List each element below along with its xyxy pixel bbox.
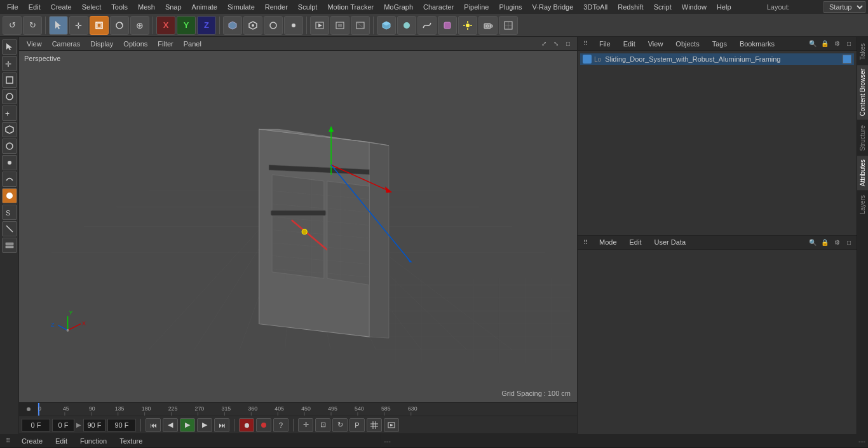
rt-search-icon[interactable]: 🔍 <box>808 39 818 49</box>
rb-menu-mode[interactable]: Mode <box>595 237 621 247</box>
redo-button[interactable]: ↻ <box>23 16 42 35</box>
menu-plugins[interactable]: Plugins <box>494 2 526 12</box>
polygon-mode-button[interactable] <box>243 16 262 35</box>
scene-btn[interactable] <box>499 16 518 35</box>
go-start-button[interactable]: ⏮ <box>146 418 161 432</box>
layout-select[interactable]: Startup <box>824 1 865 13</box>
rt-menu-edit[interactable]: Edit <box>620 39 639 49</box>
nurbs-button[interactable] <box>397 16 416 35</box>
vtab-takes[interactable]: Takes <box>857 39 868 64</box>
next-frame-button[interactable]: ▶ <box>197 418 212 432</box>
menu-vray[interactable]: V-Ray Bridge <box>528 2 578 12</box>
vp-icon-maximize[interactable]: □ <box>563 39 573 49</box>
rt-menu-tags[interactable]: Tags <box>709 39 731 49</box>
auto-record-button[interactable] <box>256 418 271 432</box>
menu-select[interactable]: Select <box>78 2 106 12</box>
layer-btn[interactable] <box>2 238 17 253</box>
menu-simulate[interactable]: Simulate <box>223 2 259 12</box>
rt-lock-icon[interactable]: 🔒 <box>820 39 830 49</box>
menu-pipeline[interactable]: Pipeline <box>459 2 493 12</box>
rt-expand-icon[interactable]: □ <box>844 39 854 49</box>
y-axis-button[interactable]: Y <box>177 16 196 35</box>
frame-end-fwd[interactable] <box>83 419 105 431</box>
camera-button[interactable] <box>478 16 498 35</box>
knife-btn[interactable] <box>2 221 17 236</box>
menu-tools[interactable]: Tools <box>107 2 132 12</box>
menu-motion-tracker[interactable]: Motion Tracker <box>323 2 378 12</box>
question-button[interactable]: ? <box>273 418 288 432</box>
menu-file[interactable]: File <box>3 2 23 12</box>
render-small-btn[interactable] <box>384 418 399 432</box>
move-mode-btn[interactable]: ✛ <box>2 56 17 71</box>
vp-menu-cameras[interactable]: Cameras <box>48 39 85 49</box>
rb-expand-icon[interactable]: □ <box>844 237 854 247</box>
record-button[interactable]: ⏺ <box>239 418 254 432</box>
vp-menu-filter[interactable]: Filter <box>154 39 177 49</box>
move-tool-button[interactable]: ✛ <box>69 16 88 35</box>
go-end-button[interactable]: ⏭ <box>214 418 229 432</box>
select-transport-btn[interactable]: ⊡ <box>315 418 330 432</box>
rt-menu-file[interactable]: File <box>595 39 614 49</box>
render-region-button[interactable] <box>330 16 349 35</box>
undo-button[interactable]: ↺ <box>3 16 22 35</box>
menu-edit[interactable]: Edit <box>24 2 45 12</box>
rotate-tool-button[interactable] <box>110 16 129 35</box>
light-button[interactable] <box>458 16 477 35</box>
menu-mograph[interactable]: MoGraph <box>379 2 417 12</box>
menu-window[interactable]: Window <box>677 2 711 12</box>
prev-frame-button[interactable]: ◀ <box>163 418 178 432</box>
rb-search-icon[interactable]: 🔍 <box>808 237 818 247</box>
viewport-3d[interactable]: Perspective Grid Spacing : 100 cm <box>19 51 577 402</box>
rb-menu-edit[interactable]: Edit <box>626 237 646 247</box>
menu-script[interactable]: Script <box>649 2 676 12</box>
menu-create[interactable]: Create <box>46 2 76 12</box>
menu-snap[interactable]: Snap <box>161 2 186 12</box>
scale-mode-btn[interactable] <box>2 72 17 88</box>
vtab-attributes[interactable]: Attributes <box>857 156 868 190</box>
move-transport-btn[interactable]: ✛ <box>298 418 313 432</box>
z-axis-button[interactable]: Z <box>197 16 216 35</box>
render-preview-button[interactable] <box>351 16 370 35</box>
scale-tool-button[interactable] <box>90 16 109 35</box>
select-tool-button[interactable] <box>49 16 68 35</box>
render-frame-button[interactable] <box>310 16 329 35</box>
menu-character[interactable]: Character <box>419 2 458 12</box>
vp-menu-display[interactable]: Display <box>86 39 117 49</box>
edge-mode-button[interactable] <box>264 16 283 35</box>
vtab-structure[interactable]: Structure <box>857 121 868 155</box>
x-axis-button[interactable]: X <box>156 16 175 35</box>
rotate-transport-btn[interactable]: ↻ <box>332 418 348 432</box>
menu-sculpt[interactable]: Sculpt <box>294 2 322 12</box>
edge-btn[interactable] <box>2 139 17 154</box>
create-mode-btn[interactable]: + <box>2 105 17 121</box>
grid-btn[interactable] <box>367 418 382 432</box>
paint-btn[interactable] <box>2 188 17 203</box>
mat-menu-edit[interactable]: Edit <box>51 436 71 446</box>
point-btn[interactable] <box>2 155 17 170</box>
vp-menu-view[interactable]: View <box>23 39 46 49</box>
mat-menu-create[interactable]: Create <box>18 436 46 446</box>
menu-animate[interactable]: Animate <box>187 2 222 12</box>
object-tree[interactable]: Lo Sliding_Door_System_with_Robust_Alumi… <box>578 51 857 235</box>
rotate-mode-btn[interactable] <box>2 89 17 104</box>
rt-menu-view[interactable]: View <box>644 39 667 49</box>
menu-3dtoall[interactable]: 3DToAll <box>579 2 612 12</box>
loop-btn[interactable] <box>2 172 17 187</box>
mat-menu-texture[interactable]: Texture <box>116 436 146 446</box>
polygon-btn[interactable] <box>2 122 17 137</box>
play-forward-button[interactable]: ▶ <box>180 418 195 432</box>
menu-help[interactable]: Help <box>712 2 736 12</box>
timeline-ruler[interactable]: 0 45 90 135 180 225 270 315 360 405 450 … <box>38 403 577 416</box>
frame-current-back[interactable] <box>52 419 74 431</box>
object-mode-button[interactable] <box>223 16 242 35</box>
mat-menu-function[interactable]: Function <box>76 436 111 446</box>
cube-button[interactable] <box>377 16 396 35</box>
object-item-sliding-door[interactable]: Lo Sliding_Door_System_with_Robust_Alumi… <box>580 53 854 65</box>
menu-render[interactable]: Render <box>261 2 292 12</box>
vp-icon-rotate[interactable]: ⤡ <box>551 39 561 49</box>
menu-redshift[interactable]: Redshift <box>613 2 648 12</box>
create-tool-button[interactable]: ⊕ <box>130 16 149 35</box>
deformer-button[interactable] <box>438 16 457 35</box>
vtab-content-browser[interactable]: Content Browser <box>857 65 868 119</box>
magnet-btn[interactable]: S <box>2 205 17 220</box>
